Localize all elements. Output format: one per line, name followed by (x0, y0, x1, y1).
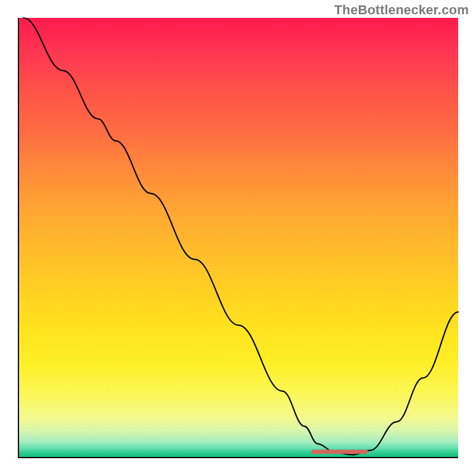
watermark-label: TheBottlenecker.com (334, 2, 469, 18)
chart-svg (19, 18, 458, 457)
chart-plot-area (18, 18, 458, 458)
bottleneck-curve-line (23, 18, 458, 455)
